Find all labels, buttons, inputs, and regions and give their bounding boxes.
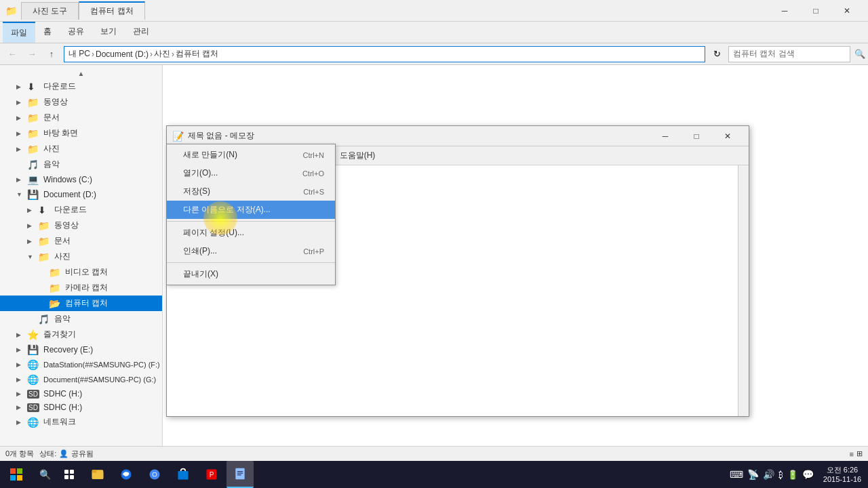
taskbar-notepad[interactable] bbox=[226, 461, 254, 488]
view-list-icon[interactable]: ≡ bbox=[850, 450, 854, 458]
search-box[interactable]: 컴퓨터 캡처 검색 bbox=[728, 46, 850, 62]
back-button[interactable]: ← bbox=[3, 45, 22, 63]
task-view-icon bbox=[64, 469, 75, 480]
menu-new[interactable]: 새로 만들기(N) Ctrl+N bbox=[167, 146, 335, 164]
minimize-button[interactable]: ─ bbox=[769, 0, 800, 22]
svg-rect-2 bbox=[10, 475, 16, 481]
sidebar-d-music[interactable]: 🎵 음악 bbox=[0, 311, 162, 327]
sidebar-desktop[interactable]: ▶ 📁 바탕 화면 bbox=[0, 125, 162, 141]
sidebar-network[interactable]: ▶ 🌐 네트워크 bbox=[0, 414, 162, 430]
sidebar-videos[interactable]: ▶ 📁 동영상 bbox=[0, 94, 162, 110]
tab-computer-capture[interactable]: 컴퓨터 캡처 bbox=[79, 1, 144, 20]
tray-action-center[interactable]: 💬 bbox=[802, 469, 814, 480]
menu-open[interactable]: 열기(O)... Ctrl+O bbox=[167, 164, 335, 182]
expand-icon: ▶ bbox=[16, 331, 23, 338]
view-grid-icon[interactable]: ⊞ bbox=[856, 449, 863, 458]
sidebar-d-photos[interactable]: ▼ 📁 사진 bbox=[0, 249, 162, 264]
sidebar-documents[interactable]: ▶ 📁 문서 bbox=[0, 110, 162, 125]
address-bar: ← → ↑ 내 PC › Document (D:) › 사진 › 컴퓨터 캡처… bbox=[0, 43, 868, 65]
ribbon-home[interactable]: 홈 bbox=[35, 22, 60, 43]
sidebar-d-docs[interactable]: ▶ 📁 문서 bbox=[0, 233, 162, 249]
svg-rect-6 bbox=[64, 475, 68, 479]
menu-page-setup-label: 페이지 설정(U)... bbox=[183, 227, 324, 239]
svg-rect-3 bbox=[17, 475, 22, 481]
tray-volume-icon[interactable]: 🔊 bbox=[763, 469, 774, 480]
sidebar-computer-capture[interactable]: 📂 컴퓨터 캡처 bbox=[0, 296, 162, 311]
up-button[interactable]: ↑ bbox=[42, 45, 61, 63]
tray-bluetooth-icon[interactable]: ₿ bbox=[778, 470, 783, 480]
sidebar-recovery-e[interactable]: ▶ 💾 Recovery (E:) bbox=[0, 342, 162, 357]
sidebar-windows-c[interactable]: ▶ 💻 Windows (C:) bbox=[0, 172, 162, 187]
sidebar-d-downloads[interactable]: ▶ ⬇ 다운로드 bbox=[0, 202, 162, 218]
notepad-close[interactable]: ✕ bbox=[712, 125, 743, 147]
ribbon-view[interactable]: 보기 bbox=[92, 22, 125, 43]
ribbon-share[interactable]: 공유 bbox=[60, 22, 92, 43]
sidebar-document-g[interactable]: ▶ 🌐 Document(##SAMSUNG-PC) (G:) bbox=[0, 372, 162, 387]
menu-save-as[interactable]: 다른 이름으로 저장(A)... bbox=[167, 201, 335, 219]
sidebar-photos[interactable]: ▶ 📁 사진 bbox=[0, 141, 162, 157]
expand-icon: ▶ bbox=[16, 346, 23, 353]
expand-icon: ▶ bbox=[16, 361, 23, 368]
maximize-button[interactable]: □ bbox=[800, 0, 831, 22]
sidebar-camera-capture[interactable]: 📁 카메라 캡처 bbox=[0, 280, 162, 296]
sidebar-sdhc-h2[interactable]: ▶ SD SDHC (H:) bbox=[0, 401, 162, 414]
sidebar: ▲ ▶ ⬇ 다운로드 ▶ 📁 동영상 ▶ 📁 문서 ▶ 📁 바탕 화면 bbox=[0, 65, 163, 446]
menu-exit[interactable]: 끝내기(X) bbox=[167, 265, 335, 283]
notepad-menu-help[interactable]: 도움말(H) bbox=[333, 148, 382, 163]
tab-photo-tools[interactable]: 사진 도구 bbox=[21, 2, 79, 20]
expand-icon: ▶ bbox=[16, 83, 23, 90]
svg-rect-15 bbox=[178, 471, 189, 480]
address-path[interactable]: 내 PC › Document (D:) › 사진 › 컴퓨터 캡처 bbox=[64, 46, 705, 62]
menu-print[interactable]: 인쇄(P)... Ctrl+P bbox=[167, 242, 335, 260]
taskbar-tray: ⌨ 📡 🔊 ₿ 🔋 💬 오전 6:26 2015-11-16 bbox=[724, 461, 868, 488]
tray-keyboard-icon[interactable]: ⌨ bbox=[730, 469, 743, 480]
start-button[interactable] bbox=[0, 461, 33, 488]
expand-icon: ▶ bbox=[16, 404, 23, 411]
tray-battery-icon[interactable]: 🔋 bbox=[787, 470, 798, 480]
tray-clock[interactable]: 오전 6:26 2015-11-16 bbox=[822, 465, 863, 485]
search-icon[interactable]: 🔍 bbox=[854, 49, 865, 59]
favorites-icon: ⭐ bbox=[27, 329, 39, 340]
taskbar-edge[interactable] bbox=[113, 461, 140, 488]
computer-capture-icon: 📂 bbox=[49, 298, 61, 309]
sidebar-video-capture[interactable]: 📁 비디오 캡처 bbox=[0, 264, 162, 280]
task-view-button[interactable] bbox=[57, 461, 81, 488]
svg-rect-0 bbox=[10, 468, 16, 474]
close-button[interactable]: ✕ bbox=[831, 0, 863, 22]
explorer-taskbar-icon bbox=[91, 468, 104, 481]
menu-save[interactable]: 저장(S) Ctrl+S bbox=[167, 182, 335, 201]
expand-icon: ▶ bbox=[27, 222, 34, 229]
expand-icon: ▶ bbox=[16, 115, 23, 121]
svg-rect-1 bbox=[17, 468, 22, 474]
taskbar-explorer[interactable] bbox=[84, 461, 111, 488]
sidebar-favorites[interactable]: ▶ ⭐ 즐겨찾기 bbox=[0, 327, 162, 342]
refresh-button[interactable]: ↻ bbox=[708, 45, 726, 63]
sidebar-music[interactable]: 🎵 음악 bbox=[0, 157, 162, 172]
sidebar-downloads[interactable]: ▶ ⬇ 다운로드 bbox=[0, 79, 162, 94]
sidebar-d-videos[interactable]: ▶ 📁 동영상 bbox=[0, 218, 162, 233]
sidebar-sdhc-h1[interactable]: ▶ SD SDHC (H:) bbox=[0, 387, 162, 401]
document-g-label: Document(##SAMSUNG-PC) (G:) bbox=[43, 375, 156, 384]
expand-icon: ▶ bbox=[27, 238, 34, 245]
menu-save-shortcut: Ctrl+S bbox=[303, 188, 324, 196]
ribbon-manage[interactable]: 관리 bbox=[125, 22, 157, 43]
ribbon-file[interactable]: 파일 bbox=[3, 22, 35, 43]
taskbar-app1[interactable] bbox=[170, 461, 197, 488]
d-music-icon: 🎵 bbox=[38, 314, 50, 325]
notepad-scrollbar[interactable] bbox=[738, 165, 749, 416]
forward-button[interactable]: → bbox=[22, 45, 41, 63]
path-capture: 컴퓨터 캡처 bbox=[176, 48, 218, 60]
tray-network-icon[interactable]: 📡 bbox=[747, 469, 759, 480]
taskbar-search[interactable]: 🔍 bbox=[33, 461, 57, 488]
menu-page-setup[interactable]: 페이지 설정(U)... bbox=[167, 224, 335, 242]
d-videos-icon: 📁 bbox=[38, 220, 50, 231]
store-icon bbox=[176, 468, 190, 481]
notepad-maximize[interactable]: □ bbox=[681, 125, 712, 147]
scroll-up-arrow[interactable]: ▲ bbox=[0, 68, 162, 79]
sidebar-document-d[interactable]: ▼ 💾 Document (D:) bbox=[0, 187, 162, 202]
sep3: › bbox=[172, 49, 174, 59]
sidebar-datastation-f[interactable]: ▶ 🌐 DataStation(##SAMSUNG-PC) (F:) bbox=[0, 357, 162, 372]
taskbar-app2[interactable]: P bbox=[198, 461, 225, 488]
notepad-minimize[interactable]: ─ bbox=[650, 125, 681, 147]
taskbar-chrome[interactable] bbox=[141, 461, 168, 488]
